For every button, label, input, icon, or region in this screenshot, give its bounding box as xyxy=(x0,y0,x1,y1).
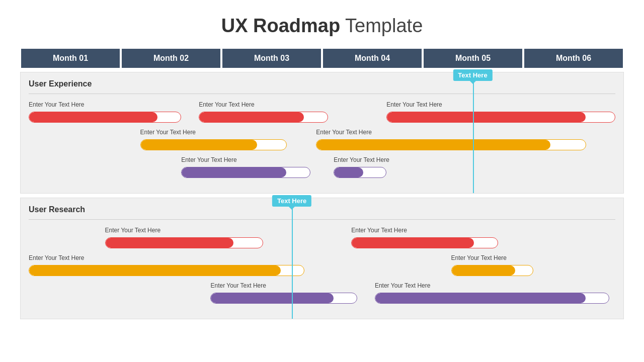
bar-filled xyxy=(199,112,304,122)
bar-label: Enter Your Text Here xyxy=(316,129,372,136)
section2-rows: Enter Your Text HereEnter Your Text Here… xyxy=(29,227,615,304)
section1-title: User Experience xyxy=(29,79,615,88)
bar-track xyxy=(351,237,498,248)
months-row: Month 01 Month 02 Month 03 Month 04 Mont… xyxy=(20,48,624,69)
bar-label: Enter Your Text Here xyxy=(351,227,407,234)
page-title: UX Roadmap Template xyxy=(20,15,624,37)
bar-label: Enter Your Text Here xyxy=(386,101,442,108)
bar-filled xyxy=(141,140,258,150)
section1-rows: Enter Your Text HereEnter Your Text Here… xyxy=(29,101,615,178)
bar-label: Enter Your Text Here xyxy=(105,227,161,234)
bar-label: Enter Your Text Here xyxy=(334,156,389,163)
bar-track xyxy=(386,112,615,123)
bar-track xyxy=(375,293,609,304)
title-light: Template xyxy=(340,15,423,36)
bar-label: Enter Your Text Here xyxy=(375,282,431,289)
bar-label: Enter Your Text Here xyxy=(29,254,85,261)
marker1-tag: Text Here xyxy=(453,69,492,81)
bar-filled xyxy=(334,167,363,177)
bar-filled xyxy=(352,238,474,248)
bar-label: Enter Your Text Here xyxy=(210,282,266,289)
section-user-research: User Research Text Here Enter Your Text … xyxy=(20,198,624,319)
bar-track xyxy=(334,167,386,178)
bar-track xyxy=(29,112,181,123)
bar-label: Enter Your Text Here xyxy=(140,129,196,136)
bar-track xyxy=(140,139,287,150)
marker2-tag: Text Here xyxy=(272,195,311,207)
bar-track xyxy=(105,237,264,248)
bar-filled xyxy=(375,293,586,303)
bar-label: Enter Your Text Here xyxy=(29,101,85,108)
bar-track xyxy=(199,112,328,123)
month-header-5: Month 05 xyxy=(423,48,523,69)
marker1-line: Text Here xyxy=(473,72,474,193)
bar-track xyxy=(316,139,586,150)
bar-filled xyxy=(387,112,586,122)
bar-filled xyxy=(29,265,281,276)
bar-filled xyxy=(452,265,516,276)
bar-filled xyxy=(316,140,550,150)
month-header-2: Month 02 xyxy=(121,48,221,69)
month-header-1: Month 01 xyxy=(20,48,121,69)
bar-label: Enter Your Text Here xyxy=(451,254,507,261)
bar-filled xyxy=(29,112,157,122)
bar-filled xyxy=(106,238,234,248)
marker2-line: Text Here xyxy=(292,198,293,319)
title-bold: UX Roadmap xyxy=(221,15,340,36)
month-header-3: Month 03 xyxy=(221,48,322,69)
bar-filled xyxy=(182,167,286,177)
bar-label: Enter Your Text Here xyxy=(181,156,237,163)
bar-track xyxy=(181,167,310,178)
month-header-6: Month 06 xyxy=(523,48,624,69)
month-header-4: Month 04 xyxy=(322,48,423,69)
bar-label: Enter Your Text Here xyxy=(199,101,255,108)
bar-filled xyxy=(211,293,333,303)
bar-track xyxy=(29,265,304,276)
section2-title: User Research xyxy=(29,205,615,214)
bar-track xyxy=(210,293,357,304)
bar-track xyxy=(451,265,533,276)
section-user-experience: User Experience Text Here Enter Your Tex… xyxy=(20,72,624,194)
